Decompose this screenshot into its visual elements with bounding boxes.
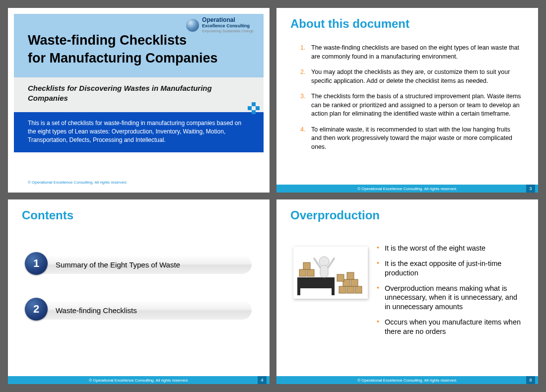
svg-rect-1: [297, 277, 335, 288]
contents-item: Summary of the Eight Types of Waste 1: [26, 254, 252, 275]
contents-label: Waste-finding Checklists: [26, 301, 252, 320]
svg-rect-17: [337, 274, 344, 281]
list-item: Overproduction means making what is unne…: [377, 284, 524, 312]
footer-bar: © Operational Excellence Consulting. All…: [276, 376, 538, 384]
title-line1: Waste-finding Checklists: [28, 33, 187, 48]
title-block: Operational Excellence Consulting Empowe…: [14, 14, 264, 77]
contents-item: Waste-finding Checklists 2: [26, 299, 252, 321]
svg-rect-5: [320, 265, 328, 277]
footer-text: © Operational Excellence Consulting. All…: [357, 378, 457, 383]
subtitle-block: Checklists for Discovering Wastes in Man…: [14, 77, 264, 113]
description-block: This is a set of checklists for waste-fi…: [14, 112, 264, 152]
title-line2: for Manufacturing Companies: [28, 51, 218, 65]
main-title: Waste-finding Checklists for Manufacturi…: [28, 31, 250, 67]
svg-rect-15: [351, 279, 358, 286]
svg-rect-10: [303, 262, 310, 269]
slide-about: About this document The waste-finding ch…: [276, 8, 538, 193]
contents-number-badge: 2: [25, 298, 48, 321]
list-item: It is the worst of the eight waste: [377, 244, 524, 253]
footer-bar: © Operational Excellence Consulting. All…: [8, 376, 270, 384]
footer-text: © Operational Excellence Consulting. All…: [357, 187, 457, 191]
svg-point-4: [319, 257, 329, 266]
svg-rect-3: [332, 286, 335, 295]
list-item: The waste-finding checklists are based o…: [300, 44, 521, 61]
logo-main: Operational: [202, 16, 235, 23]
list-item: The checklists form the basis of a struc…: [300, 92, 521, 119]
globe-icon: [186, 19, 199, 32]
slide-grid: Operational Excellence Consulting Empowe…: [0, 0, 546, 392]
contents-number-badge: 1: [25, 252, 48, 275]
logo-tag: Empowering Sustainable Change: [202, 29, 254, 33]
page-number: 3: [526, 185, 535, 193]
pixel-decoration-icon: [248, 102, 260, 114]
list-item: To eliminate waste, it is recommended to…: [300, 126, 521, 152]
list-item: It is the exact opposite of just-in-time…: [377, 259, 524, 278]
overproduction-illustration: [293, 247, 368, 299]
footer-bar: © Operational Excellence Consulting. All…: [276, 185, 538, 193]
brand-logo: Operational Excellence Consulting Empowe…: [186, 17, 254, 34]
overproduction-list: It is the worst of the eight waste It is…: [377, 244, 524, 342]
svg-rect-8: [299, 269, 306, 276]
subtitle: Checklists for Discovering Wastes in Man…: [28, 83, 250, 104]
slide-title: Operational Excellence Consulting Empowe…: [8, 8, 270, 193]
page-number: 8: [526, 376, 535, 384]
slide-overproduction: Overproduction: [276, 199, 538, 384]
svg-rect-11: [339, 286, 346, 293]
slide-heading: About this document: [276, 8, 538, 35]
page-number: 4: [258, 376, 267, 384]
slide-contents: Contents Summary of the Eight Types of W…: [8, 199, 270, 384]
list-item: You may adopt the checklists as they are…: [300, 68, 521, 85]
svg-rect-13: [355, 286, 362, 293]
svg-rect-12: [347, 286, 354, 293]
svg-rect-2: [297, 286, 300, 295]
copyright: © Operational Excellence Consulting. All…: [28, 180, 128, 185]
logo-sub: Excellence Consulting: [202, 23, 250, 28]
slide-heading: Contents: [8, 199, 270, 226]
list-item: Occurs when you manufacture items when t…: [377, 318, 524, 336]
svg-rect-16: [347, 272, 354, 279]
about-list: The waste-finding checklists are based o…: [276, 35, 538, 151]
footer-text: © Operational Excellence Consulting. All…: [89, 378, 189, 383]
svg-rect-9: [307, 269, 314, 276]
description-text: This is a set of checklists for waste-fi…: [28, 120, 241, 143]
contents-label: Summary of the Eight Types of Waste: [26, 255, 252, 274]
slide-heading: Overproduction: [276, 199, 538, 226]
